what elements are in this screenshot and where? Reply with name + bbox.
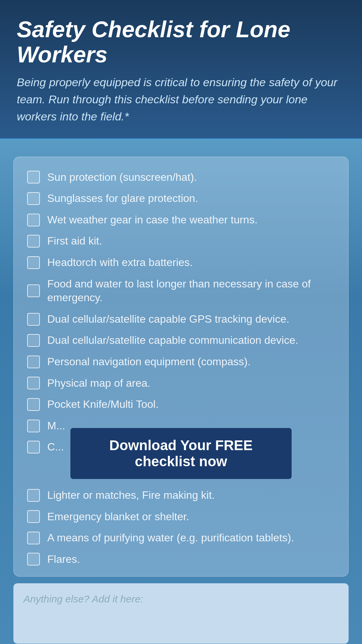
checklist-item: Dual cellular/satellite capable GPS trac…: [27, 312, 335, 326]
checklist-label-2: Sunglasses for glare protection.: [47, 192, 198, 206]
checkbox-9[interactable]: [27, 356, 40, 368]
checklist-label-17: Flares.: [47, 552, 80, 567]
checklist-item: Personal navigation equipment (compass).: [27, 355, 335, 369]
checkbox-15[interactable]: [27, 510, 40, 523]
checkbox-11[interactable]: [27, 398, 40, 411]
notes-placeholder: Anything else? Add it here:: [23, 593, 143, 604]
checklist-label-7: Dual cellular/satellite capable GPS trac…: [47, 312, 289, 326]
checklist-item: Pocket Knife/Multi Tool.: [27, 397, 335, 412]
checklist-label-10: Physical map of area.: [47, 376, 150, 390]
notes-area[interactable]: Anything else? Add it here:: [13, 583, 349, 644]
checklist-label-4: First aid kit.: [47, 234, 102, 248]
checkbox-7[interactable]: [27, 313, 40, 326]
checkbox-14[interactable]: [27, 489, 40, 502]
checkbox-10[interactable]: [27, 377, 40, 389]
checklist-label-11: Pocket Knife/Multi Tool.: [47, 397, 159, 412]
checkbox-3[interactable]: [27, 214, 40, 226]
checklist-card: Sun protection (sunscreen/hat). Sunglass…: [13, 157, 349, 577]
checkbox-2[interactable]: [27, 192, 40, 205]
checklist-item: Sunglasses for glare protection.: [27, 192, 335, 206]
checklist-item: Dual cellular/satellite capable communic…: [27, 333, 335, 347]
checkbox-17[interactable]: [27, 553, 40, 566]
checkbox-16[interactable]: [27, 532, 40, 544]
checklist-label-5: Headtorch with extra batteries.: [47, 256, 193, 270]
checklist-item: Lighter or matches, Fire making kit.: [27, 488, 335, 502]
checklist-label-15: Emergency blanket or shelter.: [47, 510, 189, 524]
checklist-item: First aid kit.: [27, 234, 335, 248]
checklist-label-16: A means of purifying water (e.g. purific…: [47, 531, 294, 545]
main-content: Sun protection (sunscreen/hat). Sunglass…: [0, 140, 362, 644]
checklist-item: Emergency blanket or shelter.: [27, 510, 335, 524]
checkbox-4[interactable]: [27, 235, 40, 248]
checklist-label-8: Dual cellular/satellite capable communic…: [47, 333, 298, 347]
checklist-item: Wet weather gear in case the weather tur…: [27, 213, 335, 227]
checkbox-8[interactable]: [27, 334, 40, 347]
checklist-item: A means of purifying water (e.g. purific…: [27, 531, 335, 545]
checklist-label-14: Lighter or matches, Fire making kit.: [47, 488, 215, 502]
page-title: Safety Checklist for Lone Workers: [17, 17, 345, 67]
checkbox-6[interactable]: [27, 284, 40, 297]
checklist-item: Sun protection (sunscreen/hat).: [27, 170, 335, 184]
checklist-item: Headtorch with extra batteries.: [27, 256, 335, 270]
checklist-label-3: Wet weather gear in case the weather tur…: [47, 213, 257, 227]
download-button[interactable]: Download Your FREE checklist now: [70, 428, 292, 479]
checklist-item: Food and water to last longer than neces…: [27, 277, 335, 305]
checklist-label-9: Personal navigation equipment (compass).: [47, 355, 251, 369]
checkbox-1[interactable]: [27, 171, 40, 183]
checkbox-5[interactable]: [27, 256, 40, 269]
checklist-item: Flares.: [27, 552, 335, 567]
checklist-label-6: Food and water to last longer than neces…: [47, 277, 335, 305]
page-header: Safety Checklist for Lone Workers Being …: [0, 0, 362, 140]
checklist-item: Physical map of area.: [27, 376, 335, 390]
button-overlay-section: M... C... Download Your FREE checklist n…: [27, 419, 335, 488]
page-subtitle: Being properly equipped is critical to e…: [17, 74, 345, 125]
checklist-label-1: Sun protection (sunscreen/hat).: [47, 170, 197, 184]
